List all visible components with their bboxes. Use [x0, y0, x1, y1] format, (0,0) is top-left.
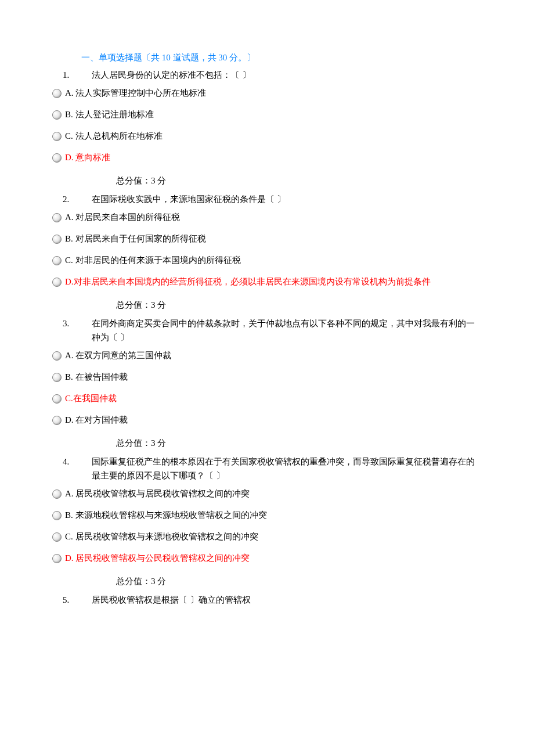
option-a[interactable]: A. 对居民来自本国的所得征税: [52, 212, 482, 223]
option-c[interactable]: C. 法人总机构所在地标准: [52, 131, 482, 142]
option-label: C. 对非居民的任何来源于本国境内的所得征税: [65, 255, 241, 266]
option-label: B. 在被告国仲裁: [65, 372, 128, 383]
option-d[interactable]: D. 居民税收管辖权与公民税收管辖权之间的冲突: [52, 553, 482, 564]
question-text: 居民税收管辖权是根据〔 〕确立的管辖权: [92, 593, 482, 607]
question-3: 3. 在同外商商定买卖合同中的仲裁条款时，关于仲裁地点有以下各种不同的规定，其中…: [52, 316, 482, 450]
radio-icon: [52, 511, 62, 520]
radio-icon: [52, 416, 62, 425]
radio-icon: [52, 132, 62, 141]
section-header: 一、单项选择题〔共 10 道试题，共 30 分。〕: [81, 52, 482, 63]
question-number: 4.: [58, 455, 92, 469]
option-b[interactable]: B. 对居民来自于任何国家的所得征税: [52, 233, 482, 244]
option-label: B. 来源地税收管辖权与来源地税收管辖权之间的冲突: [65, 510, 267, 521]
question-2: 2. 在国际税收实践中，来源地国家征税的条件是〔 〕 A. 对居民来自本国的所得…: [52, 192, 482, 312]
option-d[interactable]: D. 意向标准: [52, 152, 482, 163]
option-label: C. 法人总机构所在地标准: [65, 131, 163, 142]
option-c[interactable]: C. 对非居民的任何来源于本国境内的所得征税: [52, 255, 482, 266]
radio-icon: [52, 278, 62, 287]
question-text: 法人居民身份的认定的标准不包括：〔 〕: [92, 68, 482, 82]
option-a[interactable]: A. 在双方同意的第三国仲裁: [52, 350, 482, 361]
option-label: A. 居民税收管辖权与居民税收管辖权之间的冲突: [65, 488, 250, 499]
option-label: D. 居民税收管辖权与公民税收管辖权之间的冲突: [65, 553, 250, 564]
option-label: A. 对居民来自本国的所得征税: [65, 212, 180, 223]
question-5: 5. 居民税收管辖权是根据〔 〕确立的管辖权: [52, 593, 482, 607]
option-label: A. 法人实际管理控制中心所在地标准: [65, 88, 206, 99]
option-d[interactable]: D.对非居民来自本国境内的经营所得征税，必须以非居民在来源国境内设有常设机构为前…: [52, 276, 482, 287]
question-4: 4. 国际重复征税产生的根本原因在于有关国家税收管辖权的重叠冲突，而导致国际重复…: [52, 455, 482, 588]
radio-icon: [52, 489, 62, 499]
option-label: C. 居民税收管辖权与来源地税收管辖权之间的冲突: [65, 531, 258, 542]
option-label: B. 法人登记注册地标准: [65, 109, 154, 120]
option-c[interactable]: C. 居民税收管辖权与来源地税收管辖权之间的冲突: [52, 531, 482, 542]
question-text: 国际重复征税产生的根本原因在于有关国家税收管辖权的重叠冲突，而导致国际重复征税普…: [92, 455, 482, 483]
radio-icon: [52, 213, 62, 222]
radio-icon: [52, 554, 62, 563]
option-b[interactable]: B. 在被告国仲裁: [52, 372, 482, 383]
question-number: 2.: [58, 192, 92, 206]
radio-icon: [52, 153, 62, 163]
score-value: 总分值：3 分: [116, 174, 482, 188]
question-number: 5.: [58, 593, 92, 607]
option-d[interactable]: D. 在对方国仲裁: [52, 415, 482, 426]
radio-icon: [52, 532, 62, 542]
radio-icon: [52, 351, 62, 361]
option-label: C.在我国仲裁: [65, 393, 117, 404]
question-1: 1. 法人居民身份的认定的标准不包括：〔 〕 A. 法人实际管理控制中心所在地标…: [52, 68, 482, 188]
radio-icon: [52, 256, 62, 265]
score-value: 总分值：3 分: [116, 298, 482, 312]
score-value: 总分值：3 分: [116, 436, 482, 450]
question-text: 在国际税收实践中，来源地国家征税的条件是〔 〕: [92, 192, 482, 206]
radio-icon: [52, 394, 62, 404]
radio-icon: [52, 89, 62, 98]
option-c[interactable]: C.在我国仲裁: [52, 393, 482, 404]
option-label: A. 在双方同意的第三国仲裁: [65, 350, 171, 361]
radio-icon: [52, 110, 62, 120]
option-label: D. 意向标准: [65, 152, 110, 163]
option-label: B. 对居民来自于任何国家的所得征税: [65, 233, 206, 244]
score-value: 总分值：3 分: [116, 574, 482, 588]
radio-icon: [52, 373, 62, 382]
question-number: 3.: [58, 316, 92, 330]
option-a[interactable]: A. 居民税收管辖权与居民税收管辖权之间的冲突: [52, 488, 482, 499]
question-number: 1.: [58, 68, 92, 82]
option-b[interactable]: B. 来源地税收管辖权与来源地税收管辖权之间的冲突: [52, 510, 482, 521]
option-a[interactable]: A. 法人实际管理控制中心所在地标准: [52, 88, 482, 99]
radio-icon: [52, 235, 62, 244]
question-text: 在同外商商定买卖合同中的仲裁条款时，关于仲裁地点有以下各种不同的规定，其中对我最…: [92, 316, 482, 344]
option-b[interactable]: B. 法人登记注册地标准: [52, 109, 482, 120]
option-label: D. 在对方国仲裁: [65, 415, 128, 426]
option-label: D.对非居民来自本国境内的经营所得征税，必须以非居民在来源国境内设有常设机构为前…: [65, 276, 431, 287]
